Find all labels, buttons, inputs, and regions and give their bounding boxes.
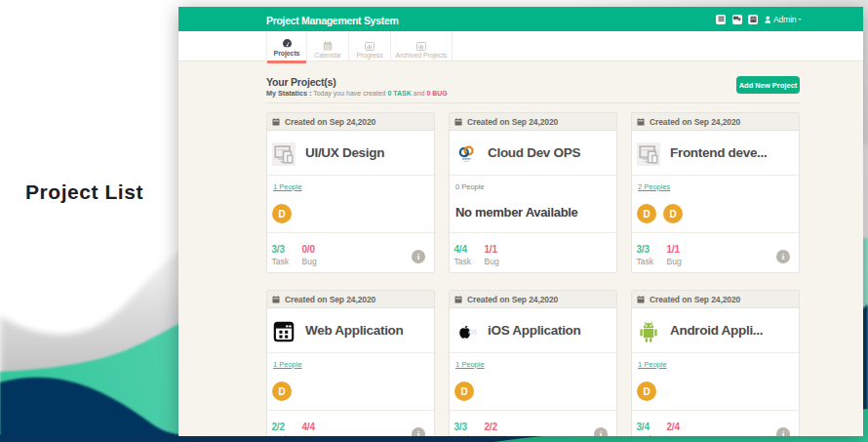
svg-text:OS: OS: [468, 329, 477, 336]
